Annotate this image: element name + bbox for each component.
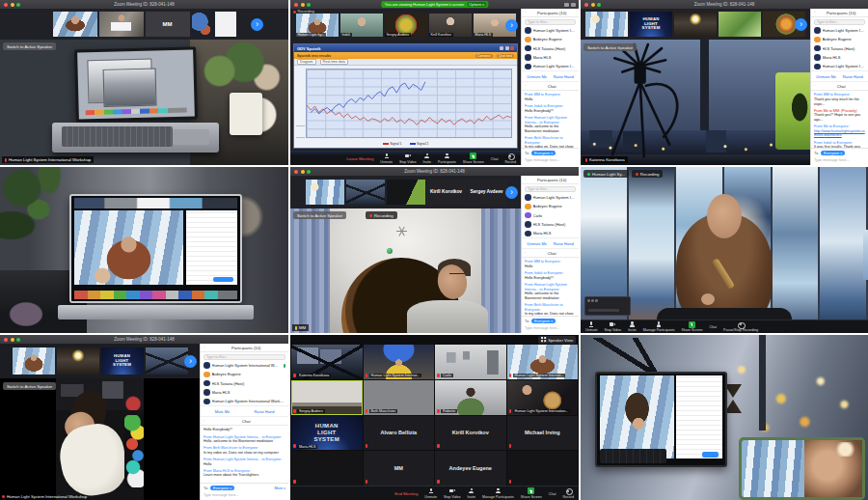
raise-hand-button[interactable]: Raise Hand [554, 241, 574, 246]
zoom-button[interactable] [307, 3, 311, 7]
toolbar-button[interactable]: Unmute [380, 153, 393, 164]
zoom-button[interactable] [307, 170, 311, 174]
next-page-icon[interactable]: › [251, 18, 263, 31]
zoom-button[interactable] [597, 3, 601, 7]
close-button[interactable] [294, 170, 298, 174]
zoom-button[interactable] [16, 338, 20, 342]
gallery-tile[interactable]: Human Light System Internat... [507, 345, 579, 379]
participant-thumbnail[interactable]: Sergey Avdeev [385, 14, 427, 37]
raise-hand-button[interactable]: Raise Hand [554, 74, 574, 79]
chat-input[interactable] [522, 325, 579, 333]
participant-row[interactable]: Human Light System International W... [811, 62, 868, 70]
gallery-tile[interactable]: Alvaro Bellizia [364, 416, 435, 451]
unmute-me-button[interactable]: Unmute Me [816, 74, 836, 79]
end-meeting-button[interactable]: End Meeting [394, 491, 418, 496]
participant-thumbnail[interactable]: HUMAN LIGHT SYSTEM [630, 12, 672, 37]
participants-filter-input[interactable] [525, 19, 576, 25]
participant-row[interactable]: Avdeyev Eugene [201, 370, 288, 378]
minimize-button[interactable] [301, 3, 305, 7]
participant-row[interactable]: Maria HLS [522, 53, 579, 62]
participant-row[interactable]: Human Light System International W... [522, 62, 579, 70]
toolbar-button[interactable]: Invite [467, 487, 475, 499]
window-titlebar[interactable]: You are viewing Human Light System's scr… [290, 0, 579, 9]
switch-speaker-button[interactable]: Switch to Active Speaker [3, 382, 56, 390]
participant-thumbnail[interactable]: Sergey Avdeev [468, 180, 506, 205]
participants-filter-input[interactable] [203, 354, 285, 360]
participant-row[interactable]: Maria HLS [201, 388, 288, 397]
gallery-tile[interactable]: Sergey Avdeev [291, 380, 363, 415]
participant-thumbnail[interactable]: Human Light Sy... [296, 14, 339, 37]
participant-row[interactable]: HLS Tatiana (Host) [201, 379, 288, 388]
collapse-icon[interactable]: ˇ [525, 84, 526, 89]
gdv-filter-dropdown[interactable]: Diagram [297, 59, 316, 65]
screenshare-options-button[interactable]: Options v [467, 2, 486, 7]
gdv-quit-button[interactable]: Quit test [497, 54, 514, 58]
collapse-icon[interactable]: ˇ [525, 11, 526, 15]
toolbar-button[interactable]: Chat [709, 324, 717, 330]
collapse-icon[interactable]: ˇ [814, 84, 815, 89]
toolbar-button[interactable]: Chat [549, 490, 556, 496]
switch-speaker-button[interactable]: Switch to Active Speaker [293, 211, 346, 219]
switch-speaker-button[interactable]: Switch to Active Speaker [583, 43, 637, 51]
participant-row[interactable]: Human Light System International W... [522, 193, 579, 202]
toolbar-button[interactable]: Unmute [424, 487, 437, 499]
minimize-button[interactable] [301, 170, 305, 174]
recipient-selector[interactable]: Everyone v [210, 486, 234, 490]
participant-row[interactable]: Carlo [522, 211, 579, 220]
collapse-icon[interactable]: ˇ [525, 251, 526, 256]
unmute-me-button[interactable]: Unmute Me [527, 241, 547, 246]
close-button[interactable] [4, 338, 8, 342]
switch-speaker-button[interactable]: Switch to Active Speaker [3, 42, 56, 50]
gallery-tile[interactable]: Roberto [435, 380, 506, 415]
gallery-tile[interactable] [291, 451, 363, 486]
window-titlebar[interactable]: Zoom Meeting ID: 828-041-148 [0, 0, 288, 9]
floating-mini-window[interactable] [584, 296, 631, 316]
toolbar-button[interactable]: Chat [491, 155, 499, 161]
gallery-tile[interactable] [507, 451, 579, 486]
participant-thumbnail[interactable] [306, 180, 344, 205]
gallery-tile[interactable]: Andeyev Eugene [435, 451, 506, 486]
participant-row[interactable]: Maria HLS [522, 229, 579, 237]
participant-thumbnail[interactable] [585, 12, 628, 37]
window-titlebar[interactable]: Zoom Meeting ID: 828-041-148 [581, 0, 868, 9]
gallery-tile[interactable]: Carlo [435, 345, 506, 379]
gallery-tile[interactable]: Katerina Korotkova [291, 345, 363, 379]
next-page-icon[interactable]: › [184, 355, 197, 368]
participant-thumbnail[interactable] [53, 12, 97, 37]
fullscreen-icon[interactable] [571, 3, 576, 7]
collapse-icon[interactable]: ˇ [203, 346, 204, 350]
gallery-tile[interactable]: Human Light System Internation... [507, 380, 579, 415]
toolbar-button[interactable]: Record [562, 487, 574, 499]
gallery-tile[interactable]: HUMAN LIGHT SYSTEM Maria HLS [291, 416, 363, 451]
recipient-selector[interactable]: Everyone v [821, 151, 845, 155]
participant-thumbnail[interactable]: Induli [340, 14, 383, 37]
participant-row[interactable]: Human Light System International W... [522, 26, 579, 35]
participant-thumbnail[interactable] [719, 12, 761, 37]
chat-input[interactable] [522, 157, 579, 165]
toolbar-button[interactable]: Invite [628, 321, 637, 333]
close-button[interactable] [294, 3, 298, 7]
toolbar-button[interactable]: Share Screen [681, 321, 702, 333]
gdv-close-icon[interactable] [510, 46, 514, 50]
recipient-selector[interactable]: Everyone v [531, 151, 556, 155]
gallery-tile[interactable]: MM [364, 451, 435, 486]
camera-icon[interactable] [564, 3, 569, 7]
gallery-tile[interactable]: Human Light System Internat... [364, 345, 435, 379]
toolbar-button[interactable]: Unmute [585, 321, 598, 333]
toolbar-button[interactable]: Manage Participants [482, 487, 514, 499]
toolbar-button[interactable]: Stop Video [399, 153, 417, 164]
close-button[interactable] [584, 3, 588, 7]
more-button[interactable]: More v [274, 486, 285, 490]
toolbar-button[interactable]: Participants [438, 153, 456, 164]
window-titlebar[interactable]: Zoom Meeting ID: 828-041-148 [0, 335, 288, 344]
toolbar-button[interactable]: Share Screen [521, 487, 542, 499]
participant-thumbnail[interactable] [57, 347, 99, 375]
participant-row[interactable]: Avdeyev Eugene [522, 35, 579, 43]
minimize-button[interactable] [11, 338, 14, 342]
participant-row[interactable]: Maria HLS [811, 53, 868, 62]
participant-row[interactable]: HLS Tatiana (Host) [811, 44, 868, 53]
chat-input[interactable] [201, 492, 288, 500]
toolbar-button[interactable]: Share Screen [463, 153, 484, 164]
toolbar-button[interactable]: Invite [422, 153, 431, 164]
participant-thumbnail[interactable] [387, 180, 425, 205]
